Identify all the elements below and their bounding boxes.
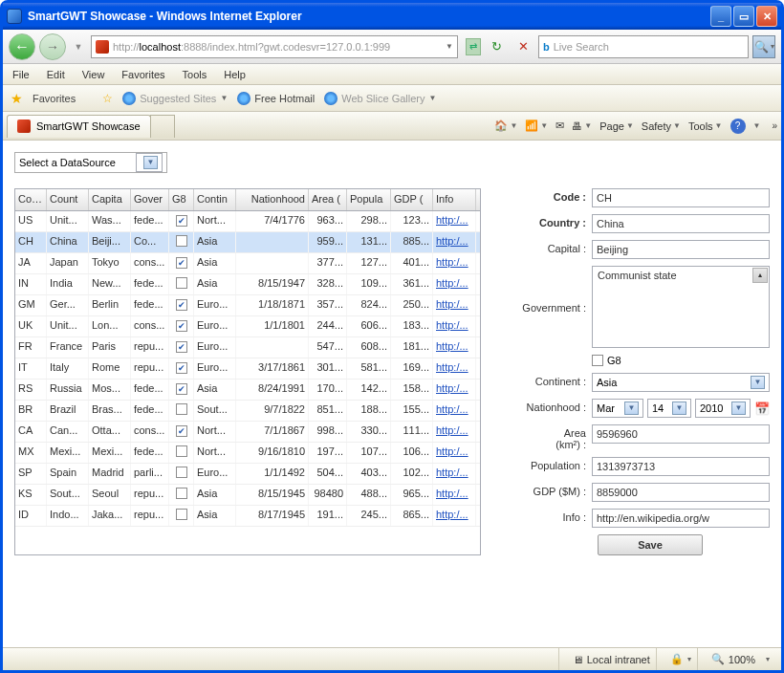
input-area[interactable]: [592, 424, 770, 444]
site-icon: [96, 40, 109, 54]
bing-icon: b: [543, 41, 550, 53]
input-info[interactable]: [592, 509, 770, 528]
label-nationhood: Nationhood :: [500, 399, 592, 413]
label-continent: Continent :: [500, 373, 592, 387]
table-row[interactable]: FRFranceParisrepu...✔Euro...547...608...…: [15, 337, 480, 358]
col-gdp[interactable]: GDP (: [391, 189, 433, 210]
col-g8[interactable]: G8: [169, 189, 194, 210]
col-country[interactable]: Count: [47, 189, 89, 210]
scroll-up-icon[interactable]: ▴: [752, 268, 768, 283]
search-box[interactable]: b Live Search: [538, 35, 749, 58]
table-row[interactable]: JAJapanTokyocons...✔Asia377...127...401.…: [15, 253, 480, 274]
favorites-label[interactable]: Favorites: [33, 93, 76, 104]
table-row[interactable]: USUnit...Was...fede...✔Nort...7/4/177696…: [15, 211, 480, 232]
table-row[interactable]: SPSpainMadridparli...Euro...1/1/1492504.…: [15, 464, 480, 485]
suggested-sites[interactable]: Suggested Sites ▼: [122, 92, 228, 105]
select-month[interactable]: Mar▼: [592, 399, 643, 418]
nav-toolbar: ← → ▼ http://localhost:8888/index.html?g…: [3, 30, 781, 64]
label-area: Area(km²) :: [500, 424, 592, 450]
maximize-button[interactable]: ▭: [733, 6, 754, 27]
col-nationhood[interactable]: Nationhood: [236, 189, 309, 210]
col-continent[interactable]: Contin: [194, 189, 236, 210]
checkbox-g8[interactable]: [592, 355, 603, 366]
table-row[interactable]: GMGer...Berlinfede...✔Euro...1/18/187135…: [15, 295, 480, 316]
table-row[interactable]: IDIndo...Jaka...repu...Asia8/17/1945191.…: [15, 506, 480, 527]
table-row[interactable]: ITItalyRomerepu...✔Euro...3/17/1861301..…: [15, 358, 480, 380]
forward-button[interactable]: →: [39, 33, 66, 60]
select-continent[interactable]: Asia▼: [592, 373, 770, 392]
stop-button[interactable]: ✕: [512, 36, 534, 57]
ie-icon: [7, 9, 22, 24]
detail-form: Code : Country : Capital : Government :C…: [500, 188, 770, 555]
close-button[interactable]: ✕: [756, 6, 777, 27]
menu-bar: File Edit View Favorites Tools Help: [3, 64, 781, 85]
table-row[interactable]: RSRussiaMos...fede...✔Asia8/24/1991170..…: [15, 380, 480, 401]
select-year[interactable]: 2010▼: [695, 399, 751, 418]
label-gdp: GDP ($M) :: [500, 483, 592, 497]
grid-header: Code Count Capita Gover G8 Contin Nation…: [15, 189, 480, 211]
data-grid: Code Count Capita Gover G8 Contin Nation…: [14, 188, 481, 555]
zone-indicator[interactable]: 🖥Local intranet: [567, 648, 657, 670]
menu-file[interactable]: File: [12, 69, 30, 80]
safety-menu[interactable]: Safety ▼: [642, 120, 681, 132]
save-button[interactable]: Save: [598, 534, 703, 555]
label-info: Info :: [500, 509, 592, 523]
table-row[interactable]: CACan...Otta...cons...✔Nort...7/1/186799…: [15, 422, 480, 443]
back-button[interactable]: ←: [9, 33, 35, 60]
input-gdp[interactable]: [592, 483, 770, 502]
print-button[interactable]: 🖶▼: [572, 120, 592, 132]
datasource-select[interactable]: Select a DataSource ▼: [14, 152, 167, 173]
address-bar[interactable]: http://localhost:8888/index.html?gwt.cod…: [91, 35, 458, 58]
table-row[interactable]: UKUnit...Lon...cons...✔Euro...1/1/180124…: [15, 316, 480, 337]
table-row[interactable]: BRBrazilBras...fede...Sout...9/7/1822851…: [15, 401, 480, 422]
home-button[interactable]: 🏠▼: [494, 119, 517, 132]
menu-edit[interactable]: Edit: [47, 69, 65, 80]
table-row[interactable]: INIndiaNew...fede...Asia8/15/1947328...1…: [15, 274, 480, 295]
tools-menu[interactable]: Tools ▼: [688, 120, 723, 132]
titlebar: SmartGWT Showcase - Windows Internet Exp…: [3, 3, 781, 30]
expand-toolbar[interactable]: »: [772, 120, 777, 131]
label-government: Government :: [500, 266, 592, 314]
table-row[interactable]: CHChinaBeiji...Co...Asia959...131...885.…: [15, 232, 480, 253]
refresh-button[interactable]: ↻: [486, 36, 507, 57]
calendar-icon[interactable]: 📅: [754, 402, 770, 416]
menu-tools[interactable]: Tools: [183, 69, 207, 80]
chevron-down-icon: ▼: [143, 156, 158, 169]
zoom-control[interactable]: 🔍 100% ▾: [706, 648, 775, 670]
nav-history-dropdown[interactable]: ▼: [70, 33, 87, 60]
label-g8: G8: [607, 355, 621, 366]
menu-view[interactable]: View: [82, 69, 105, 80]
status-bar: 🖥Local intranet 🔒▾ 🔍 100% ▾: [3, 647, 781, 670]
page-menu[interactable]: Page ▼: [599, 120, 634, 132]
search-button[interactable]: 🔍▾: [752, 35, 775, 58]
input-code[interactable]: [592, 188, 770, 207]
table-row[interactable]: KSSout...Seoulrepu...Asia8/15/1945984804…: [15, 485, 480, 506]
help-button[interactable]: ?: [730, 119, 746, 134]
menu-help[interactable]: Help: [224, 69, 246, 80]
textarea-government[interactable]: Communist state▴: [592, 266, 770, 348]
input-capital[interactable]: [592, 240, 770, 259]
col-government[interactable]: Gover: [131, 189, 169, 210]
select-day[interactable]: 14▼: [647, 399, 691, 418]
input-population[interactable]: [592, 457, 770, 476]
tab-smartgwt[interactable]: SmartGWT Showcase: [7, 115, 151, 138]
col-area[interactable]: Area (: [309, 189, 347, 210]
add-favorite-icon[interactable]: ☆: [102, 92, 113, 105]
col-capital[interactable]: Capita: [89, 189, 131, 210]
web-slice-gallery[interactable]: Web Slice Gallery ▼: [324, 92, 436, 105]
protected-mode[interactable]: 🔒▾: [664, 648, 698, 670]
compat-view-icon[interactable]: ⇄: [466, 38, 481, 55]
feeds-button[interactable]: 📶▼: [525, 119, 548, 132]
mail-button[interactable]: ✉: [555, 119, 564, 132]
favorites-bar: ★ Favorites ☆ Suggested Sites ▼ Free Hot…: [3, 85, 781, 112]
free-hotmail[interactable]: Free Hotmail: [237, 92, 315, 105]
favorites-star-icon[interactable]: ★: [11, 91, 23, 106]
table-row[interactable]: MXMexi...Mexi...fede...Nort...9/16/18101…: [15, 443, 480, 464]
minimize-button[interactable]: _: [710, 6, 731, 27]
col-info[interactable]: Info: [433, 189, 476, 210]
col-population[interactable]: Popula: [347, 189, 391, 210]
input-country[interactable]: [592, 214, 770, 233]
menu-favorites[interactable]: Favorites: [121, 69, 164, 80]
col-code[interactable]: Code: [15, 189, 47, 210]
new-tab-button[interactable]: [150, 115, 175, 138]
